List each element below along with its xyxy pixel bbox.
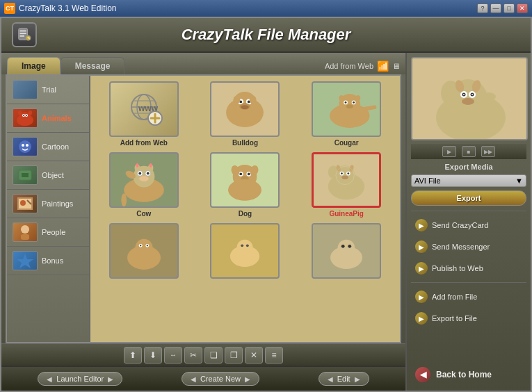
- help-button[interactable]: ?: [477, 3, 488, 13]
- add-from-file-btn[interactable]: ▶ Add from File: [411, 288, 526, 306]
- toolbar-btn-delete[interactable]: ✕: [245, 347, 263, 364]
- animals-label: Animals: [42, 114, 72, 122]
- publish-web-btn[interactable]: ▶ Publish to Web: [411, 259, 526, 277]
- animals-thumb: [13, 108, 38, 128]
- category-paintings[interactable]: Paintings: [7, 190, 89, 218]
- cow-thumb: [109, 152, 179, 208]
- maximize-button[interactable]: □: [503, 3, 515, 13]
- launch-editor-label: Launch Editor: [56, 375, 104, 383]
- send-crazycard-btn[interactable]: ▶ Send CrazyCard: [411, 216, 526, 234]
- dropdown-arrow: ▼: [515, 177, 523, 185]
- export-file-arrow-icon: ▶: [415, 312, 428, 325]
- back-to-home-label: Back to Home: [436, 370, 492, 379]
- svg-point-107: [338, 240, 355, 257]
- toolbar-btn-copy[interactable]: ❑: [204, 347, 223, 364]
- tab-message[interactable]: Message: [61, 57, 125, 74]
- toolbar-btn-list[interactable]: ≡: [265, 347, 283, 364]
- image-cell-guineapig[interactable]: GuineaPig: [298, 152, 394, 218]
- image-cell-dog[interactable]: Dog: [198, 152, 293, 218]
- edit-button[interactable]: ◀ Edit ▶: [319, 372, 369, 386]
- dog-thumb: [210, 152, 280, 208]
- send-messenger-btn[interactable]: ▶ Send Messenger: [411, 238, 526, 256]
- header: ✎ CrazyTalk File Manager: [1, 18, 531, 53]
- svg-point-102: [237, 240, 253, 256]
- svg-point-121: [482, 92, 496, 101]
- edit-arrow-left: ◀: [328, 375, 333, 383]
- svg-point-108: [341, 245, 345, 248]
- title-bar-buttons: ? — □ ✕: [477, 3, 528, 13]
- svg-point-21: [20, 200, 26, 206]
- stop-button[interactable]: ■: [462, 146, 476, 157]
- image-cell-add-web[interactable]: www Add from Web: [96, 81, 192, 147]
- export-button[interactable]: Export: [411, 190, 526, 206]
- toolbar-btn-download[interactable]: ⬇: [144, 347, 162, 364]
- animal8-thumb: [210, 223, 280, 279]
- play-button[interactable]: ▶: [442, 146, 456, 157]
- app-title: CrazyTalk File Manager: [182, 26, 351, 44]
- category-animals[interactable]: Animals: [7, 104, 89, 133]
- svg-point-87: [341, 172, 343, 174]
- image-cell-8[interactable]: [198, 223, 293, 281]
- svg-point-10: [23, 115, 24, 116]
- add-from-web-btn[interactable]: Add from Web 📶 🖥: [325, 60, 400, 74]
- svg-rect-3: [20, 35, 24, 37]
- divider-2: [411, 282, 526, 283]
- add-file-arrow-icon: ▶: [415, 291, 428, 303]
- toolbar-btn-transform[interactable]: ↔: [164, 347, 182, 364]
- toolbar-btn-upload[interactable]: ⬆: [124, 347, 142, 364]
- create-new-button[interactable]: ◀ Create New ▶: [182, 372, 259, 386]
- add-web-label: Add from Web: [120, 139, 168, 147]
- export-to-file-label: Export to File: [432, 314, 477, 322]
- people-label: People: [42, 228, 65, 236]
- bonus-label: Bonus: [42, 256, 63, 265]
- image-cell-cow[interactable]: Cow: [96, 152, 192, 218]
- export-to-file-btn[interactable]: ▶ Export to File: [411, 309, 526, 327]
- wifi-icon: 📶: [377, 60, 389, 72]
- category-bonus[interactable]: Bonus: [7, 247, 89, 275]
- toolbar: ⬆ ⬇ ↔ ✂ ❑ ❒ ✕ ≡: [1, 343, 405, 366]
- image-cell-cougar[interactable]: Cougar: [298, 81, 394, 147]
- image-cell-7[interactable]: [96, 223, 192, 281]
- svg-point-15: [22, 144, 24, 147]
- toolbar-btn-cut[interactable]: ✂: [184, 347, 202, 364]
- avi-select[interactable]: AVI File ▼: [411, 174, 526, 187]
- svg-point-109: [348, 245, 352, 248]
- cartoon-thumb: [13, 137, 38, 156]
- category-object[interactable]: Object: [7, 161, 89, 190]
- cartoon-label: Cartoon: [42, 142, 69, 151]
- create-new-label: Create New: [200, 375, 241, 383]
- launch-editor-button[interactable]: ◀ Launch Editor ▶: [38, 372, 122, 386]
- header-icon-button[interactable]: ✎: [12, 22, 37, 47]
- people-thumb: [13, 222, 38, 242]
- title-bar-title: CrazyTalk 3.1 Web Edition: [19, 3, 117, 13]
- minimize-button[interactable]: —: [490, 3, 501, 13]
- image-cell-bulldog[interactable]: Bulldog: [198, 81, 293, 147]
- edit-arrow-right: ▶: [355, 375, 360, 383]
- launch-arrow-left: ◀: [47, 375, 52, 383]
- toolbar-btn-paste[interactable]: ❒: [225, 347, 243, 364]
- svg-point-79: [228, 179, 261, 201]
- title-bar-left: CT CrazyTalk 3.1 Web Edition: [4, 3, 117, 14]
- tabs-bar: Image Message Add from Web 📶 🖥: [1, 53, 405, 74]
- export-media-label: Export Media: [411, 163, 526, 171]
- category-trial[interactable]: Trial: [7, 76, 89, 104]
- right-panel: ▶ ■ ▶▶ Export Media AVI File ▼ Export ▶ …: [405, 53, 531, 391]
- category-sidebar: Trial Animals Cartoon: [7, 76, 90, 342]
- image-grid-container[interactable]: www Add from Web Bulldog: [90, 76, 400, 342]
- back-to-home-btn[interactable]: ◀ Back to Home: [411, 363, 526, 386]
- bulldog-thumb: [210, 81, 280, 137]
- close-button[interactable]: ✕: [517, 3, 528, 13]
- bottom-buttons: ◀ Launch Editor ▶ ◀ Create New ▶ ◀ Edit …: [1, 366, 405, 391]
- content-area: Image Message Add from Web 📶 🖥 Trial: [1, 53, 531, 391]
- category-cartoon[interactable]: Cartoon: [7, 133, 89, 161]
- svg-point-66: [136, 163, 138, 168]
- image-cell-9[interactable]: [298, 223, 394, 281]
- tab-image[interactable]: Image: [7, 57, 61, 74]
- fastforward-button[interactable]: ▶▶: [481, 146, 495, 157]
- crazycard-arrow-icon: ▶: [415, 219, 428, 231]
- category-people[interactable]: People: [7, 218, 89, 247]
- svg-rect-23: [21, 234, 29, 240]
- send-messenger-label: Send Messenger: [432, 243, 490, 251]
- svg-point-22: [21, 225, 29, 234]
- gallery-container: Trial Animals Cartoon: [6, 74, 401, 343]
